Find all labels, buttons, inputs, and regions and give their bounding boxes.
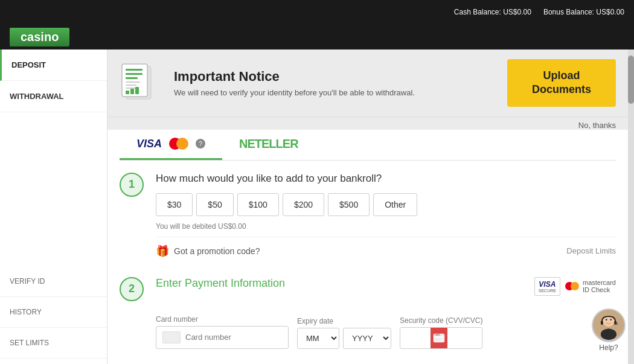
sidebar-item-set-limits[interactable]: SET LIMITS [0, 328, 107, 359]
deposit-limits-link[interactable]: Deposit Limits [566, 246, 616, 255]
sidebar-item-deposit[interactable]: DEPOSIT [0, 49, 107, 81]
tab-question-icon[interactable]: ? [196, 139, 205, 148]
svg-rect-17 [434, 336, 444, 338]
cvv-field: CARD [400, 327, 482, 349]
expiry-label: Expiry date [297, 317, 391, 325]
deposit-content: VISA ? NETELLER 1 [107, 130, 628, 364]
svg-rect-18 [441, 339, 443, 340]
no-thanks-link[interactable]: No, thanks [107, 117, 628, 130]
step1-section: 1 How much would you like to add to your… [120, 173, 616, 265]
svg-rect-11 [126, 85, 136, 86]
visa-secure-text: SECURE [539, 289, 556, 293]
cvv-card-icon: CARD [431, 328, 447, 348]
casino-logo: casino [10, 28, 69, 46]
svg-point-29 [615, 322, 618, 325]
card-number-field [156, 326, 289, 349]
scrollbar[interactable] [628, 49, 634, 364]
main-content: Important Notice We will need to verify … [107, 49, 628, 364]
step1-question: How much would you like to add to your b… [156, 173, 616, 185]
cvv-label: Security code (CVV/CVC) [400, 316, 482, 325]
payment-logos: VISA SECURE mastercard ID Check [534, 277, 616, 296]
expiry-month-select[interactable]: MM [297, 328, 339, 349]
amount-30[interactable]: $30 [156, 193, 193, 216]
card-icon [162, 331, 181, 343]
amount-100[interactable]: $100 [237, 193, 279, 216]
neteller-logo: NETELLER [239, 137, 298, 151]
visa-secure-visa: VISA [539, 280, 556, 289]
tab-visa-mastercard[interactable]: VISA ? [120, 130, 222, 160]
visa-secure-badge: VISA SECURE [534, 277, 560, 296]
notice-title: Important Notice [174, 69, 495, 85]
card-number-label: Card number [156, 315, 289, 324]
mastercard-dot2 [176, 138, 188, 150]
header: casino [0, 24, 634, 49]
debit-text: You will be debited US$0.00 [156, 222, 616, 231]
promo-code-link[interactable]: 🎁 Got a promotion code? [156, 244, 260, 258]
notice-text: Important Notice We will need to verify … [174, 69, 495, 97]
expiry-group: Expiry date MM YYYY [297, 317, 391, 349]
promo-row: 🎁 Got a promotion code? Deposit Limits [156, 237, 616, 265]
amount-50[interactable]: $50 [196, 193, 233, 216]
step1-content: How much would you like to add to your b… [156, 173, 616, 265]
mastercard-id-check: mastercard ID Check [565, 279, 616, 293]
step1-circle: 1 [120, 173, 144, 197]
cash-balance: Cash Balance: US$0.00 [454, 8, 531, 16]
step2-content: Enter Payment Information VISA SECURE [156, 277, 616, 349]
svg-text:CARD: CARD [435, 334, 440, 336]
upload-documents-button[interactable]: Upload Documents [507, 59, 616, 107]
mc-check-dot2 [571, 282, 579, 290]
amount-buttons: $30 $50 $100 $200 $500 Other [156, 193, 616, 216]
svg-rect-9 [126, 77, 138, 79]
sidebar-item-withdrawal[interactable]: WITHDRAWAL [0, 81, 107, 112]
payment-header: Enter Payment Information [156, 277, 285, 290]
visa-logo: VISA [136, 138, 162, 150]
expiry-year-select[interactable]: YYYY [343, 328, 391, 349]
scrollbar-thumb[interactable] [628, 56, 634, 104]
card-number-input[interactable] [185, 333, 270, 342]
notice-icon [120, 62, 162, 104]
svg-point-25 [610, 319, 612, 321]
amount-500[interactable]: $500 [328, 193, 370, 216]
svg-rect-15 [135, 87, 139, 94]
help-avatar [592, 308, 626, 342]
cvv-group: Security code (CVV/CVC) [400, 316, 482, 349]
svg-point-26 [601, 328, 616, 340]
step2-circle: 2 [120, 277, 144, 301]
bonus-balance: Bonus Balance: US$0.00 [543, 8, 624, 16]
payment-tabs: VISA ? NETELLER [120, 130, 616, 161]
svg-rect-14 [130, 89, 134, 94]
tab-neteller[interactable]: NETELLER [222, 130, 315, 160]
svg-rect-7 [126, 69, 142, 71]
sidebar-item-responsible-gaming[interactable]: RESPONSIBLE GAMING [0, 359, 107, 364]
svg-rect-13 [126, 91, 129, 94]
step2-section: 2 Enter Payment Information VISA SECURE [120, 277, 616, 349]
help-label: Help? [599, 343, 618, 352]
svg-rect-27 [601, 321, 603, 325]
payment-form: Card number Expiry date [156, 315, 616, 349]
svg-rect-10 [126, 81, 140, 83]
svg-point-24 [606, 319, 607, 321]
expiry-row: MM YYYY [297, 328, 391, 349]
mastercard-check-label: mastercard ID Check [583, 279, 616, 293]
cvv-input[interactable] [400, 328, 431, 347]
gift-icon: 🎁 [156, 244, 169, 258]
amount-200[interactable]: $200 [283, 193, 324, 216]
svg-rect-8 [126, 73, 142, 75]
notice-description: We will need to verify your identity bef… [174, 88, 495, 97]
sidebar-item-history[interactable]: HISTORY [0, 297, 107, 328]
help-bubble[interactable]: Help? [592, 308, 626, 352]
amount-other[interactable]: Other [373, 193, 417, 216]
top-bar: Cash Balance: US$0.00 Bonus Balance: US$… [0, 0, 634, 24]
sidebar: DEPOSIT WITHDRAWAL VERIFY ID HISTORY SET… [0, 49, 107, 364]
card-number-group: Card number [156, 315, 289, 349]
sidebar-item-verify-id[interactable]: VERIFY ID [0, 266, 107, 297]
notice-banner: Important Notice We will need to verify … [107, 49, 628, 130]
